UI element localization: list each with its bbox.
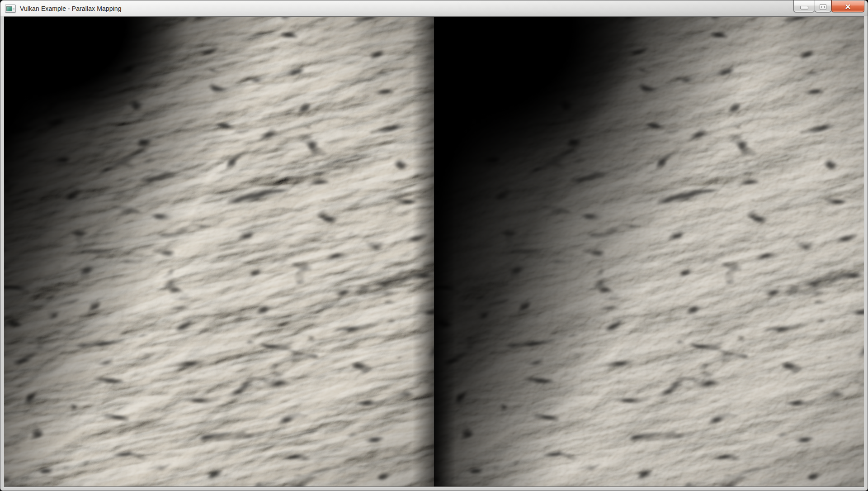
rock-render-right [434,17,864,486]
maximize-button[interactable] [815,0,831,12]
rock-render-left [4,17,434,486]
window-frame [4,16,864,487]
app-icon-art [6,6,12,11]
close-icon: ✕ [844,3,851,11]
minimize-button[interactable] [793,0,815,12]
app-icon[interactable] [5,5,16,13]
window-title: Vulkan Example - Parallax Mapping [20,5,122,12]
caption-buttons: ✕ [793,0,864,12]
app-icon-lines [13,7,14,10]
viewport-right-comparison[interactable] [434,17,864,486]
maximize-icon [820,4,826,10]
titlebar[interactable]: Vulkan Example - Parallax Mapping ✕ [0,0,868,16]
minimize-icon [800,6,808,10]
close-button[interactable]: ✕ [831,0,864,12]
render-area [4,16,864,487]
app-window: Vulkan Example - Parallax Mapping ✕ [0,0,868,491]
viewport-left-parallax[interactable] [4,17,434,486]
